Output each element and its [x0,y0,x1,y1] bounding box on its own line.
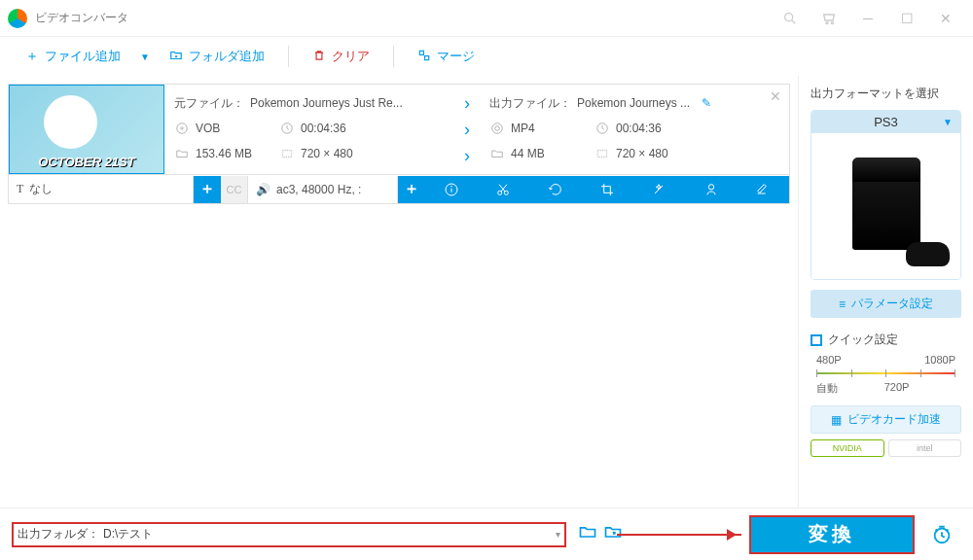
chip-icon: ▦ [831,413,842,427]
output-format-header: 出力フォーマットを選択 [811,86,961,102]
svg-rect-11 [282,151,291,158]
output-format: MP4 [511,122,589,135]
ps3-device-icon [838,148,935,264]
trim-tool-button[interactable] [477,176,528,203]
schedule-button[interactable] [922,515,961,554]
format-name: PS3 [874,115,898,129]
close-button[interactable]: ✕ [926,4,965,33]
output-file-label: 出力ファイル： [489,95,571,112]
cc-button[interactable]: CC [221,176,248,203]
resolution-icon [279,146,295,161]
disc-icon [489,121,505,136]
edit-name-icon[interactable]: ✎ [702,96,711,110]
output-folder-label: 出力フォルダ： [18,526,99,542]
add-subtitle-button[interactable]: ＋ [194,176,221,203]
quick-settings-label: クイック設定 [811,332,961,348]
output-folder-input[interactable] [103,528,556,542]
effect-tool-button[interactable] [633,176,685,203]
svg-rect-15 [597,151,606,158]
add-file-dropdown[interactable]: ▼ [134,52,156,62]
svg-point-8 [177,123,188,134]
gpu-accel-button[interactable]: ▦ビデオカード加速 [811,405,961,434]
maximize-button[interactable]: ☐ [887,4,926,33]
nvidia-badge: NVIDIA [811,439,884,457]
intel-badge: intel [888,439,962,457]
browse-folder-button[interactable] [578,522,597,546]
video-thumbnail[interactable] [9,85,164,174]
source-duration: 00:04:36 [301,122,346,135]
add-file-button[interactable]: ＋ファイル追加 [16,44,130,69]
info-tool-button[interactable] [425,176,477,203]
watermark-tool-button[interactable] [685,176,737,203]
convert-button[interactable]: 変換 [749,515,915,554]
remove-item-button[interactable]: ✕ [770,88,781,104]
output-folder-box[interactable]: 出力フォルダ： ▾ [12,522,566,547]
svg-rect-6 [419,51,423,54]
svg-point-18 [450,186,451,187]
svg-rect-7 [424,55,428,59]
video-item[interactable]: 元ファイル：Pokemon Journeys Just Re... VOB 00… [8,84,790,175]
folder-icon [489,146,505,161]
speaker-icon: 🔊 [256,183,270,196]
source-file-label: 元ファイル： [174,95,244,112]
clear-button[interactable]: クリア [303,44,379,69]
source-format: VOB [196,122,273,135]
output-file-name: Pokemon Journeys ... [577,96,690,110]
svg-point-3 [831,21,833,23]
svg-point-13 [495,126,500,131]
folder-icon [174,146,190,161]
parameter-settings-button[interactable]: ≡パラメータ設定 [811,290,961,318]
output-size: 44 MB [511,147,589,160]
output-resolution: 720 × 480 [616,147,668,160]
window-title: ビデオコンバータ [35,10,128,26]
resolution-icon [595,146,610,161]
add-folder-button[interactable]: フォルダ追加 [160,44,274,69]
svg-point-21 [708,184,713,189]
clock-icon [595,121,610,136]
crop-tool-button[interactable] [581,176,632,203]
add-audio-button[interactable]: ＋ [398,176,425,203]
audio-track-select[interactable]: 🔊ac3, 48000 Hz, : [248,176,398,203]
chevron-down-icon[interactable]: ▾ [556,529,560,540]
svg-line-1 [792,20,795,23]
arrow-divider-icon: ››› [464,90,482,168]
annotation-arrow [617,534,741,536]
app-logo-icon [8,9,27,28]
clock-icon [279,121,295,136]
disc-icon [174,121,190,136]
sliders-icon: ≡ [839,298,846,311]
source-file-name: Pokemon Journeys Just Re... [250,96,403,110]
source-size: 153.46 MB [196,147,273,160]
merge-icon [417,49,431,65]
folder-plus-icon [169,49,183,65]
resolution-slider[interactable] [816,369,955,377]
format-selector[interactable]: PS3▼ [811,110,961,280]
search-icon[interactable] [771,4,810,33]
merge-button[interactable]: マージ [408,44,485,69]
subtitle-track-select[interactable]: Tなし [9,176,194,203]
source-resolution: 720 × 480 [301,147,353,160]
rotate-tool-button[interactable] [529,176,581,203]
cart-icon[interactable] [810,4,848,33]
output-duration: 00:04:36 [616,122,662,135]
chevron-down-icon: ▼ [943,117,953,127]
minimize-button[interactable]: ─ [848,4,887,33]
svg-point-0 [785,13,793,20]
subtitle-tool-button[interactable] [738,176,789,203]
svg-point-2 [826,21,828,23]
svg-point-9 [181,127,183,129]
svg-point-12 [492,123,503,134]
trash-icon [312,49,326,65]
